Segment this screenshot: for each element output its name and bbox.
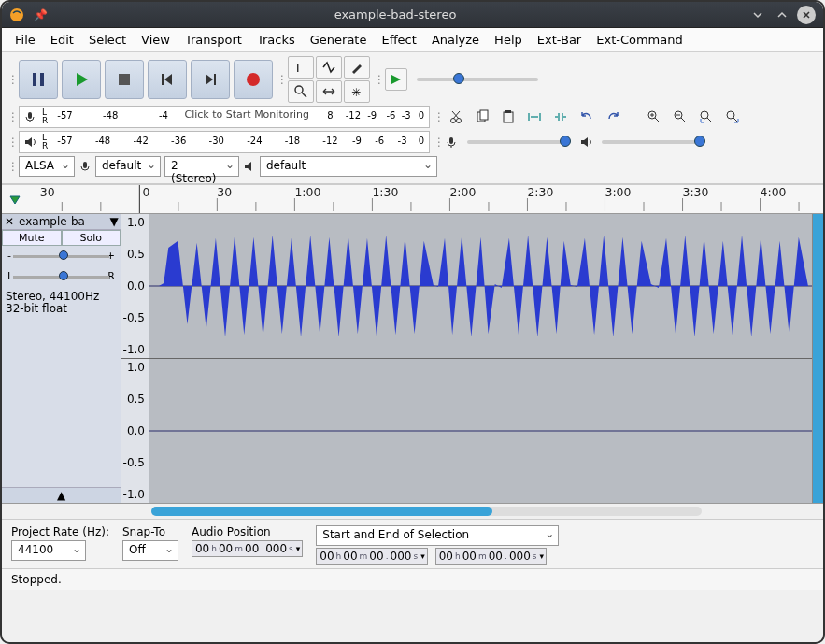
menu-analyze[interactable]: Analyze bbox=[424, 29, 487, 50]
grip-icon[interactable]: ⋮ bbox=[434, 131, 441, 153]
toolbars: ⋮ ⋮ I ✳ ⋮ ⋮ LR -57 -48 -4 Cli bbox=[2, 52, 823, 184]
cut-button[interactable] bbox=[445, 107, 467, 127]
meter-tick: -57 bbox=[57, 110, 72, 121]
silence-button[interactable] bbox=[549, 107, 572, 127]
menu-help[interactable]: Help bbox=[487, 29, 530, 50]
minimize-button[interactable] bbox=[748, 6, 767, 24]
meter-tick: 0 bbox=[419, 110, 424, 121]
svg-rect-11 bbox=[28, 112, 32, 119]
menu-file[interactable]: File bbox=[7, 29, 43, 50]
grip-icon[interactable]: ⋮ bbox=[7, 106, 15, 128]
menu-extcommand[interactable]: Ext-Command bbox=[589, 29, 690, 50]
menu-extbar[interactable]: Ext-Bar bbox=[530, 29, 589, 50]
multi-tool[interactable]: ✳ bbox=[344, 80, 370, 103]
meter-overlay[interactable]: Click to Start Monitoring bbox=[171, 108, 322, 121]
waveform-right[interactable] bbox=[149, 359, 812, 503]
track-menu-button[interactable]: ▼ bbox=[107, 215, 121, 228]
meter-tick: -48 bbox=[103, 110, 118, 121]
menu-tracks[interactable]: Tracks bbox=[249, 29, 303, 50]
meter-tick: -24 bbox=[247, 136, 262, 146]
svg-point-13 bbox=[457, 119, 462, 123]
gain-slider[interactable]: - + bbox=[7, 250, 115, 263]
envelope-tool[interactable] bbox=[316, 56, 342, 79]
mute-button[interactable]: Mute bbox=[2, 230, 62, 246]
waveform-left[interactable] bbox=[149, 214, 812, 358]
horizontal-scrollbar[interactable] bbox=[2, 504, 823, 519]
record-button[interactable] bbox=[234, 60, 273, 99]
grip-icon[interactable]: ⋮ bbox=[434, 106, 441, 128]
playback-volume-slider[interactable] bbox=[602, 140, 704, 144]
snap-label: Snap-To bbox=[122, 525, 178, 538]
selection-mode-select[interactable]: Start and End of Selection bbox=[316, 525, 559, 546]
recording-volume-slider[interactable] bbox=[467, 140, 570, 144]
playback-speed-slider[interactable] bbox=[417, 78, 538, 81]
track-info: Stereo, 44100Hz 32-bit float bbox=[2, 287, 121, 487]
undo-button[interactable] bbox=[576, 107, 598, 127]
playback-device-select[interactable]: default bbox=[260, 156, 437, 177]
menu-select[interactable]: Select bbox=[81, 29, 134, 50]
recording-channels-select[interactable]: 2 (Stereo) bbox=[164, 156, 239, 177]
redo-button[interactable] bbox=[602, 107, 624, 127]
selection-end-field[interactable]: 00h 00m 00. 000s▾ bbox=[435, 548, 547, 565]
draw-tool[interactable] bbox=[344, 56, 370, 79]
app-icon bbox=[9, 7, 24, 22]
grip-icon[interactable]: ⋮ bbox=[7, 56, 15, 103]
project-rate-select[interactable]: 44100 bbox=[11, 540, 86, 561]
vertical-scrollbar[interactable] bbox=[812, 214, 823, 503]
svg-point-8 bbox=[295, 86, 303, 93]
skip-start-button[interactable] bbox=[148, 60, 187, 99]
audio-position-field[interactable]: 00h 00m 00. 000s▾ bbox=[192, 540, 303, 557]
recording-device-select[interactable]: default bbox=[95, 156, 161, 177]
playback-meter[interactable]: LR -57 -48 -42 -36 -30 -24 -18 -12 -9 -6… bbox=[19, 131, 430, 153]
meter-tick: -4 bbox=[159, 110, 168, 121]
recording-meter[interactable]: LR -57 -48 -4 Click to Start Monitoring … bbox=[19, 106, 430, 128]
skip-end-button[interactable] bbox=[191, 60, 230, 99]
grip-icon[interactable]: ⋮ bbox=[7, 156, 15, 177]
timeshift-tool[interactable] bbox=[316, 80, 342, 103]
menu-effect[interactable]: Effect bbox=[374, 29, 423, 50]
track-name[interactable]: example-ba bbox=[17, 214, 107, 229]
svg-text:✳: ✳ bbox=[351, 86, 361, 99]
track-close-button[interactable]: ✕ bbox=[2, 215, 17, 228]
menu-transport[interactable]: Transport bbox=[178, 29, 249, 50]
pan-slider[interactable]: L R bbox=[7, 270, 115, 283]
snap-select[interactable]: Off bbox=[122, 540, 178, 561]
svg-text:1:30: 1:30 bbox=[372, 186, 398, 199]
maximize-button[interactable] bbox=[773, 6, 791, 24]
zoom-fit-button[interactable] bbox=[721, 107, 744, 127]
meter-tick: -3 bbox=[402, 110, 411, 121]
lr-label: LR bbox=[42, 108, 48, 125]
selection-start-field[interactable]: 00h 00m 00. 000s▾ bbox=[316, 548, 427, 565]
collapse-button[interactable]: ▲ bbox=[2, 487, 121, 503]
stop-button[interactable] bbox=[105, 60, 144, 99]
zoom-in-button[interactable] bbox=[643, 107, 665, 127]
meter-tick: -12 bbox=[346, 110, 361, 121]
grip-icon[interactable]: ⋮ bbox=[277, 56, 284, 103]
play-button[interactable] bbox=[62, 60, 101, 99]
play-at-speed-button[interactable] bbox=[385, 68, 407, 91]
solo-button[interactable]: Solo bbox=[62, 230, 121, 246]
pin-icon[interactable]: 📌 bbox=[34, 8, 48, 21]
grip-icon[interactable]: ⋮ bbox=[374, 56, 381, 103]
zoom-selection-button[interactable] bbox=[695, 107, 718, 127]
menu-generate[interactable]: Generate bbox=[303, 29, 375, 50]
svg-text:I: I bbox=[296, 62, 300, 75]
meter-tick: 8 bbox=[327, 110, 333, 121]
audio-host-select[interactable]: ALSA bbox=[19, 156, 75, 177]
svg-point-25 bbox=[701, 111, 708, 119]
timeline-ruler[interactable]: -30 0 30 1:00 1:30 2:00 2:30 3:00 3:30 4… bbox=[2, 184, 823, 214]
pause-button[interactable] bbox=[19, 60, 58, 99]
close-button[interactable] bbox=[797, 6, 816, 24]
paste-button[interactable] bbox=[497, 107, 519, 127]
track-area: ✕ example-ba ▼ Mute Solo - + L R Stereo,… bbox=[2, 214, 823, 504]
menu-view[interactable]: View bbox=[134, 29, 178, 50]
copy-button[interactable] bbox=[471, 107, 493, 127]
grip-icon[interactable]: ⋮ bbox=[7, 131, 15, 153]
svg-text:2:00: 2:00 bbox=[449, 186, 476, 199]
zoom-tool[interactable] bbox=[288, 80, 314, 103]
waveform-area[interactable]: 1.0 0.5 0.0 -0.5 -1.0 1.0 bbox=[121, 214, 812, 503]
menu-edit[interactable]: Edit bbox=[43, 29, 81, 50]
zoom-out-button[interactable] bbox=[669, 107, 691, 127]
selection-tool[interactable]: I bbox=[288, 56, 314, 79]
trim-button[interactable] bbox=[523, 107, 546, 127]
